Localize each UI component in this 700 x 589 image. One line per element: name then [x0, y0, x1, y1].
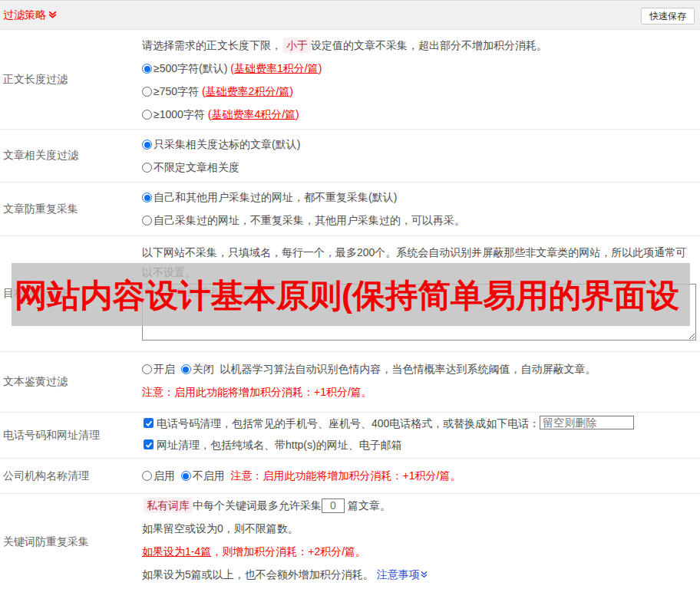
company-on-label: 启用 — [154, 469, 175, 482]
length-option-1000[interactable]: ≥1000字符 (基础费率4积分/篇) — [142, 103, 695, 126]
row-phone-label: 电话号码和网址清理 — [0, 413, 142, 458]
keyword-line-3: 如果设为1-4篇，则增加积分消耗：+2积分/篇。 — [142, 540, 695, 563]
keyword-line-2: 如果留空或设为0，则不限篇数。 — [142, 517, 695, 540]
length-option-1000-note-rate: 基础费率4积分/篇 — [211, 108, 296, 120]
check-icon — [144, 440, 154, 449]
radio-dedup-self[interactable] — [142, 216, 152, 225]
porn-on-label: 开启 — [154, 363, 175, 375]
radio-dedup-all[interactable] — [142, 192, 152, 202]
length-option-500-note-rate: 基础费率1积分/篇 — [234, 62, 319, 74]
filter-strategy-page: 过滤策略 快速保存 正文长度过滤 请选择需求的正文长度下限，小于设定值的文章不采… — [0, 0, 700, 589]
radio-company-off[interactable] — [181, 471, 191, 481]
row-company-clean: 公司机构名称清理 启用 不启用 注意：启用此功能将增加积分消耗：+1积分/篇。 — [0, 459, 700, 494]
keyword-line1-suffix: 篇文章。 — [345, 499, 391, 512]
row-dedup-label: 文章防重复采集 — [0, 183, 142, 235]
row-length-filter: 正文长度过滤 请选择需求的正文长度下限，小于设定值的文章不采集，超出部分不增加积… — [0, 30, 700, 130]
row-length-content: 请选择需求的正文长度下限，小于设定值的文章不采集，超出部分不增加积分消耗。 ≥5… — [142, 30, 700, 129]
radio-porn-off[interactable] — [181, 364, 191, 374]
keyword-line1-text: 中每个关键词最多允许采集 — [193, 499, 322, 512]
length-option-750[interactable]: ≥750字符 (基础费率2积分/篇) — [142, 80, 695, 103]
overlay-banner-text: 网站内容设计基本原则(保持简单易用的界面设 — [12, 274, 679, 318]
length-option-500-note: (基础费率1积分/篇) — [230, 62, 322, 74]
porn-note: 注意：启用此功能将增加积分消耗：+1积分/篇。 — [142, 380, 695, 403]
phone-clean-label: 电话号码清理，包括常见的手机号、座机号、400电话格式，或替换成如下电话： — [157, 417, 540, 429]
quick-save-button[interactable]: 快速保存 — [641, 8, 695, 25]
row-relevance-label: 文章相关度过滤 — [0, 130, 142, 182]
porn-off-label: 关闭 — [193, 363, 214, 375]
notes-chevron-icon — [420, 570, 428, 579]
keyword-line-4: 如果设为5篇或以上，也不会额外增加积分消耗。 注意事项 — [142, 563, 695, 586]
relevance-option-1[interactable]: 只采集相关度达标的文章(默认) — [142, 133, 695, 156]
relevance-option-2-label: 不限定文章相关度 — [154, 161, 239, 173]
length-option-1000-note: (基础费率4积分/篇) — [208, 108, 299, 120]
porn-option-on[interactable]: 开启 — [142, 363, 175, 375]
row-porn-filter: 文本鉴黄过滤 开启 关闭 以机器学习算法自动识别色情内容，当色情概率达到系统阈值… — [0, 352, 700, 413]
checkbox-phone-clean[interactable] — [144, 418, 154, 428]
radio-1000[interactable] — [142, 110, 152, 120]
length-option-750-label: ≥750字符 — [154, 85, 199, 97]
porn-desc: 以机器学习算法自动识别色情内容，当色情概率达到系统阈值，自动屏蔽文章。 — [220, 363, 596, 375]
relevance-option-1-label: 只采集相关度达标的文章(默认) — [154, 138, 300, 150]
length-option-500[interactable]: ≥500字符(默认) (基础费率1积分/篇) — [142, 57, 695, 80]
keyword-count-input[interactable] — [322, 499, 345, 513]
replace-phone-input[interactable] — [540, 416, 634, 429]
length-option-1000-label: ≥1000字符 — [154, 108, 205, 120]
row-length-label: 正文长度过滤 — [0, 30, 142, 129]
url-clean-label: 网址清理，包括纯域名、带http(s)的网址、电子邮箱 — [157, 439, 402, 451]
radio-relevance-strict[interactable] — [142, 140, 152, 150]
section-title[interactable]: 过滤策略 — [3, 8, 57, 22]
row-dedup: 文章防重复采集 自己和其他用户采集过的网址，都不重复采集(默认) 自己采集过的网… — [0, 183, 700, 236]
keyword-line-1: 私有词库中每个关键词最多允许采集 篇文章。 — [142, 494, 695, 517]
check-icon — [144, 419, 154, 428]
row-porn-label: 文本鉴黄过滤 — [0, 352, 142, 412]
company-option-off[interactable]: 不启用 — [181, 469, 225, 482]
keyword-line4-text: 如果设为5篇或以上，也不会额外增加积分消耗。 — [142, 568, 374, 581]
length-option-500-label: ≥500字符(默认) — [154, 62, 227, 74]
length-intro-text-after: 设定值的文章不采集，超出部分不增加积分消耗。 — [311, 39, 547, 51]
chevron-double-down-icon — [48, 11, 57, 19]
radio-company-on[interactable] — [142, 471, 152, 481]
length-intro: 请选择需求的正文长度下限，小于设定值的文章不采集，超出部分不增加积分消耗。 — [142, 34, 695, 57]
company-note: 注意：启用此功能将增加积分消耗：+1积分/篇。 — [231, 469, 461, 482]
lessthan-badge: 小于 — [283, 38, 311, 53]
radio-750[interactable] — [142, 87, 152, 97]
company-option-on[interactable]: 启用 — [142, 469, 175, 482]
radio-500-checked[interactable] — [142, 64, 152, 74]
url-clean-line: 网址清理，包括纯域名、带http(s)的网址、电子邮箱 — [142, 434, 695, 456]
length-intro-text-before: 请选择需求的正文长度下限， — [142, 39, 282, 51]
notes-link[interactable]: 注意事项 — [377, 563, 428, 586]
keyword-line3-rest: ，则增加积分消耗：+2积分/篇。 — [211, 545, 366, 558]
radio-porn-on[interactable] — [142, 364, 152, 374]
dedup-option-2-label: 自己采集过的网址，不重复采集，其他用户采集过的，可以再采。 — [154, 214, 465, 226]
row-keyword-dedup: 关键词防重复采集 私有词库中每个关键词最多允许采集 篇文章。 如果留空或设为0，… — [0, 494, 700, 589]
checkbox-url-clean[interactable] — [144, 439, 154, 449]
length-option-750-note: (基础费率2积分/篇) — [202, 85, 293, 97]
keyword-line3-underlined: 如果设为1-4篇 — [142, 545, 211, 558]
section-title-text: 过滤策略 — [3, 8, 46, 22]
row-keyword-label: 关键词防重复采集 — [0, 494, 142, 589]
dedup-option-1[interactable]: 自己和其他用户采集过的网址，都不重复采集(默认) — [142, 186, 695, 209]
private-thesaurus-badge: 私有词库 — [144, 498, 193, 513]
notes-link-label: 注意事项 — [377, 563, 420, 586]
dedup-option-2[interactable]: 自己采集过的网址，不重复采集，其他用户采集过的，可以再采。 — [142, 209, 695, 232]
row-phone-clean: 电话号码和网址清理 电话号码清理，包括常见的手机号、座机号、400电话格式，或替… — [0, 413, 700, 459]
company-off-label: 不启用 — [193, 469, 225, 482]
radio-relevance-any[interactable] — [142, 163, 152, 173]
dedup-option-1-label: 自己和其他用户采集过的网址，都不重复采集(默认) — [154, 191, 397, 203]
length-option-750-note-rate: 基础费率2积分/篇 — [206, 85, 290, 97]
relevance-option-2[interactable]: 不限定文章相关度 — [142, 156, 695, 179]
row-company-label: 公司机构名称清理 — [0, 459, 142, 493]
section-header: 过滤策略 快速保存 — [0, 0, 700, 30]
row-relevance-filter: 文章相关度过滤 只采集相关度达标的文章(默认) 不限定文章相关度 — [0, 130, 700, 183]
porn-option-off[interactable]: 关闭 — [181, 363, 214, 375]
phone-clean-line: 电话号码清理，包括常见的手机号、座机号、400电话格式，或替换成如下电话： — [142, 413, 695, 434]
overlay-banner: 网站内容设计基本原则(保持简单易用的界面设 — [12, 263, 690, 326]
